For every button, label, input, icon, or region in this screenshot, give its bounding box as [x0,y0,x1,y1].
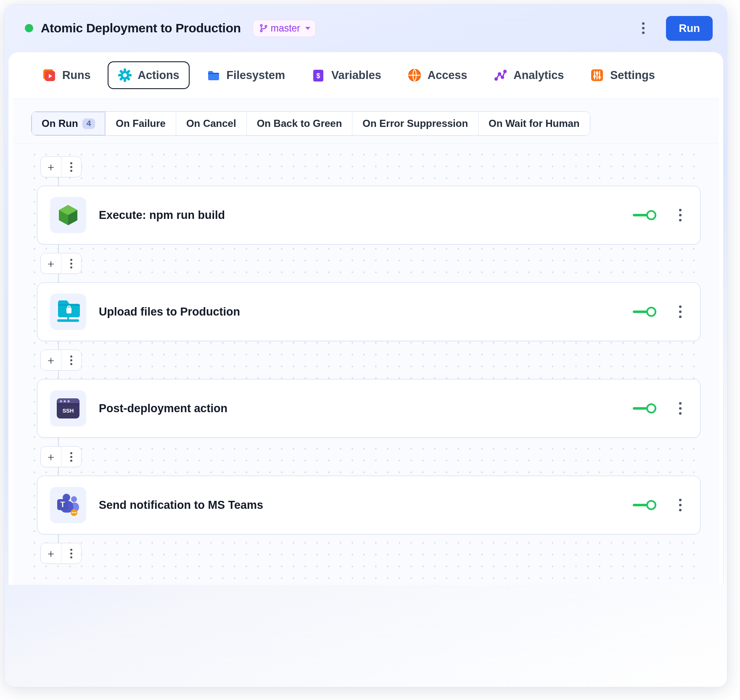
action-title: Post-deployment action [99,402,620,415]
svg-point-19 [494,77,498,81]
action-more-button[interactable] [673,499,687,511]
svg-point-22 [503,70,507,73]
trigger-on-back-to-green[interactable]: On Back to Green [247,112,353,135]
add-action-more-button[interactable] [61,157,81,177]
action-more-button[interactable] [673,305,687,318]
add-action-chip: ＋ [40,253,82,274]
tab-analytics[interactable]: Analytics [484,62,573,88]
kebab-icon [70,162,72,172]
action-title: Send notification to MS Teams [99,499,620,512]
tab-label: Filesystem [227,69,285,82]
pipeline-column: ＋ Execute: npm run build [37,156,700,564]
branch-label: master [271,23,300,34]
action-card-teams[interactable]: T Send notification to MS Teams [37,476,700,534]
tabs-container: Runs Actions [8,52,724,585]
trigger-subtabs-area: On Run 4 On Failure On Cancel On Back to… [13,99,719,144]
tab-label: Analytics [513,69,564,82]
tab-label: Runs [62,69,91,82]
add-action-button[interactable]: ＋ [41,157,61,177]
svg-point-40 [60,400,62,403]
action-card-post-deploy[interactable]: SSH Post-deployment action [37,379,700,438]
plus-icon: ＋ [45,451,56,462]
tab-access[interactable]: Access [398,62,477,88]
action-title: Execute: npm run build [99,209,620,222]
header-bar: Atomic Deployment to Production master R… [5,5,727,52]
git-branch-icon [259,24,268,33]
plus-icon: ＋ [45,548,56,559]
add-action-button[interactable]: ＋ [41,253,61,274]
tab-filesystem[interactable]: Filesystem [197,62,295,88]
add-action-button[interactable]: ＋ [41,447,61,467]
header-more-button[interactable] [634,19,653,37]
svg-rect-36 [67,317,69,320]
trigger-on-run[interactable]: On Run 4 [32,112,106,135]
add-action-more-button[interactable] [61,350,81,370]
svg-point-52 [73,512,74,513]
trigger-label: On Failure [116,118,166,129]
action-enabled-toggle[interactable] [633,209,656,221]
trigger-on-error-suppression[interactable]: On Error Suppression [352,112,478,135]
gear-icon [118,68,132,82]
tab-runs[interactable]: Runs [33,62,100,88]
add-action-row: ＋ [37,446,700,467]
trigger-label: On Run [42,118,78,129]
trigger-label: On Wait for Human [489,118,579,129]
action-enabled-toggle[interactable] [633,306,656,318]
trigger-on-wait-for-human[interactable]: On Wait for Human [478,112,589,135]
trigger-on-failure[interactable]: On Failure [106,112,176,135]
ssh-terminal-icon: SSH [50,390,86,426]
action-more-button[interactable] [673,402,687,415]
node-icon [50,197,86,233]
run-button[interactable]: Run [666,16,713,41]
add-action-more-button[interactable] [61,447,81,467]
trigger-label: On Back to Green [257,118,342,129]
kebab-icon [70,355,72,365]
plus-icon: ＋ [45,161,56,172]
add-action-row: ＋ [37,543,700,564]
kebab-icon [70,549,72,558]
tab-settings[interactable]: Settings [581,62,664,88]
add-action-more-button[interactable] [61,253,81,274]
dollar-file-icon: $ [311,68,325,82]
action-card-upload[interactable]: Upload files to Production [37,282,700,341]
svg-point-21 [501,76,504,79]
add-action-button[interactable]: ＋ [41,543,61,563]
tab-label: Actions [138,69,180,82]
add-action-chip: ＋ [40,350,82,371]
add-action-row: ＋ [37,350,700,371]
ms-teams-icon: T [50,487,86,523]
svg-point-41 [64,400,66,403]
tabs: Runs Actions [13,52,719,99]
svg-point-0 [260,24,262,26]
sliders-icon [590,68,604,82]
svg-point-1 [260,30,262,32]
tab-actions[interactable]: Actions [108,61,190,89]
svg-text:$: $ [317,72,320,79]
page-title: Atomic Deployment to Production [41,21,241,35]
tab-label: Settings [610,69,655,82]
svg-point-27 [593,75,596,78]
svg-point-20 [498,72,501,76]
branch-selector[interactable]: master [253,20,316,37]
kebab-icon [70,259,72,268]
action-card-npm-build[interactable]: Execute: npm run build [37,186,700,245]
action-title: Upload files to Production [99,305,620,318]
svg-text:SSH: SSH [63,408,74,414]
svg-point-29 [598,76,601,79]
svg-point-51 [71,512,73,513]
trigger-on-cancel[interactable]: On Cancel [176,112,247,135]
add-action-button[interactable]: ＋ [41,350,61,370]
tab-variables[interactable]: $ Variables [302,62,391,88]
pipeline-canvas: ＋ Execute: npm run build [13,144,719,585]
action-enabled-toggle[interactable] [633,499,656,511]
svg-point-53 [75,512,76,513]
play-square-icon [42,68,56,82]
svg-point-14 [123,73,127,77]
action-enabled-toggle[interactable] [633,403,656,414]
trigger-subtabs: On Run 4 On Failure On Cancel On Back to… [31,111,590,136]
add-action-more-button[interactable] [61,543,81,563]
status-dot-icon [25,24,33,32]
action-more-button[interactable] [673,209,687,221]
tab-label: Variables [331,69,381,82]
trigger-label: On Error Suppression [362,118,468,129]
